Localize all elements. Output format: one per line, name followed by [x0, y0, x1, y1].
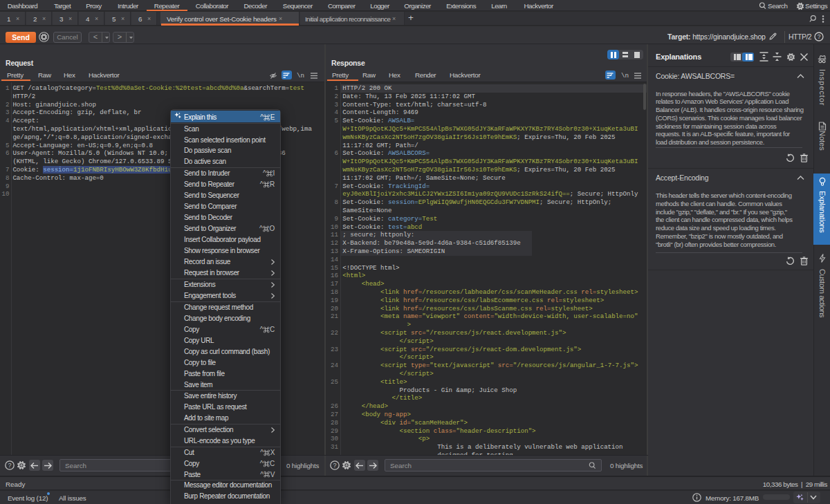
svg-text:?: ? [8, 462, 11, 469]
svg-text:?: ? [818, 33, 821, 40]
svg-text:?: ? [333, 462, 336, 469]
